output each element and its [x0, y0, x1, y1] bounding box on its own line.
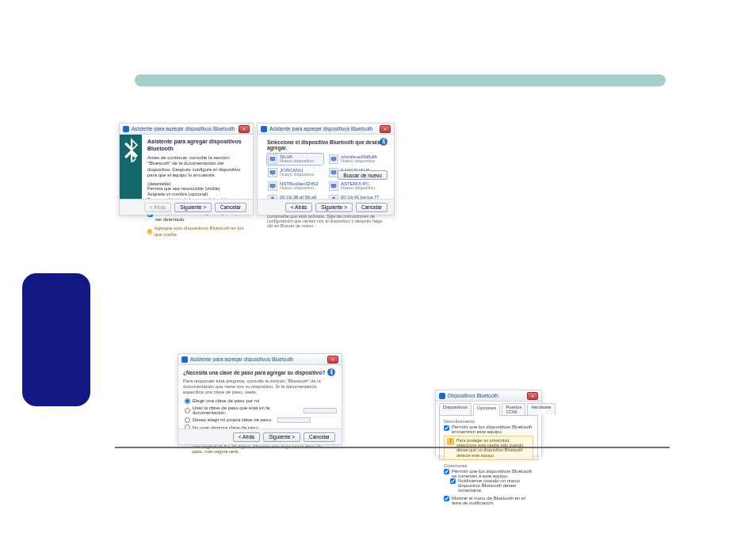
- computer-icon: [329, 168, 338, 177]
- section-divider-pill: [135, 74, 666, 86]
- svg-rect-2: [272, 161, 274, 162]
- allow-connection-checkbox[interactable]: Permitir que los dispositivos Bluetooth …: [444, 469, 533, 478]
- close-icon[interactable]: ×: [327, 356, 338, 364]
- checkbox-input[interactable]: [444, 469, 449, 474]
- next-button[interactable]: Siguiente >: [174, 203, 212, 212]
- page-divider: [115, 447, 670, 448]
- bluetooth-corner-icon: [326, 367, 337, 378]
- radio-input[interactable]: [185, 398, 190, 404]
- svg-rect-7: [331, 171, 336, 174]
- add-bluetooth-wizard-passkey: Asistente para agregar dispositivos Blue…: [178, 353, 342, 445]
- passkey-option-doc[interactable]: Usar la clave de paso que está en la doc…: [185, 405, 337, 415]
- list-subtitle: (detectable): [147, 181, 247, 187]
- intro-text: Para responder esta pregunta, consulte l…: [183, 379, 337, 395]
- back-button[interactable]: < Atrás: [285, 203, 312, 212]
- bluetooth-devices-settings: Dispositivos Bluetooth × DispositivosOpc…: [435, 390, 542, 455]
- show-tray-icon-checkbox[interactable]: Mostrar el icono de Bluetooth en el área…: [444, 496, 533, 505]
- bluetooth-corner-icon: [378, 136, 389, 147]
- checkbox-input[interactable]: [450, 478, 456, 484]
- titlebar[interactable]: Asistente para agregar dispositivos Blue…: [120, 124, 253, 135]
- svg-rect-12: [333, 188, 335, 188]
- back-button[interactable]: < Atrás: [144, 203, 171, 212]
- search-again-button[interactable]: Buscar de nuevo: [338, 170, 388, 180]
- device-item[interactable]: NSTBus9ec32452Nuevo dispositivo: [267, 181, 323, 192]
- warning-text: Agregue sólo dispositivos Bluetooth en l…: [155, 226, 247, 238]
- sidebar-accent-block: [22, 273, 90, 406]
- bluetooth-banner-icon: [120, 135, 142, 199]
- svg-rect-11: [331, 185, 336, 188]
- radio-input[interactable]: [185, 408, 190, 413]
- svg-rect-5: [270, 171, 275, 174]
- device-item[interactable]: SILVANuevo dispositivo: [267, 154, 323, 165]
- device-item[interactable]: n/smile-ed0d8dfbNuevo dispositivo: [328, 154, 384, 165]
- window-title: Asistente para agregar dispositivos Blue…: [269, 126, 380, 131]
- checkbox-label: Permitir que los dispositivos Bluetooth …: [452, 469, 533, 478]
- allow-discovery-checkbox[interactable]: Permitir que los dispositivos Bluetooth …: [444, 424, 533, 434]
- bullet-item: Asígnele un nombre (opcional): [147, 192, 247, 197]
- app-icon: [123, 126, 129, 132]
- next-button[interactable]: Siguiente >: [315, 203, 353, 212]
- group-connections-label: Conexiones: [444, 463, 533, 468]
- computer-icon: [329, 154, 338, 164]
- tab-puertos-com[interactable]: Puertos COM: [502, 403, 525, 415]
- cancel-button[interactable]: Cancelar: [356, 203, 388, 212]
- svg-rect-10: [272, 188, 274, 188]
- computer-icon: [329, 181, 338, 191]
- radio-label: Elegir una clave de paso por mí: [193, 398, 259, 403]
- computer-icon: [268, 181, 277, 191]
- tab-opciones[interactable]: Opciones: [473, 404, 501, 416]
- warning-icon: !: [447, 438, 454, 445]
- close-icon[interactable]: ×: [239, 125, 250, 133]
- bullet-item: Permita que sea reconocible (visible): [147, 186, 247, 192]
- device-type: Nuevo dispositivo: [280, 159, 314, 164]
- cancel-button[interactable]: Cancelar: [215, 203, 246, 212]
- step-heading: ¿Necesita una clave de paso para agregar…: [183, 370, 337, 375]
- add-bluetooth-wizard-step1: Asistente para agregar dispositivos Blue…: [119, 123, 254, 215]
- device-type: Nuevo dispositivo: [280, 186, 319, 191]
- group-discovery-label: Descubrimiento: [444, 419, 533, 424]
- titlebar[interactable]: Asistente para agregar dispositivos Blue…: [178, 354, 342, 365]
- passkey-option-auto[interactable]: Elegir una clave de paso por mí: [185, 398, 337, 404]
- options-panel: Descubrimiento Permitir que los disposit…: [439, 415, 538, 460]
- window-title: Asistente para agregar dispositivos Blue…: [190, 356, 327, 362]
- app-icon: [439, 393, 445, 399]
- titlebar[interactable]: Asistente para agregar dispositivos Blue…: [258, 124, 394, 135]
- close-icon[interactable]: ×: [527, 392, 538, 400]
- checkbox-input[interactable]: [444, 496, 449, 501]
- checkbox-label: Permitir que los dispositivos Bluetooth …: [452, 424, 533, 434]
- passkey-own-input[interactable]: [277, 417, 311, 423]
- tab-dispositivos[interactable]: Dispositivos: [439, 403, 472, 415]
- device-item[interactable]: JORCANUNuevo dispositivo: [267, 167, 323, 178]
- device-type: Nuevo dispositivo: [341, 159, 377, 164]
- svg-rect-8: [333, 174, 335, 175]
- cancel-button[interactable]: Cancelar: [304, 432, 335, 442]
- checkbox-label: Notificarme cuando un nuevo dispositivo …: [458, 478, 533, 493]
- back-button[interactable]: < Atrás: [233, 432, 260, 442]
- intro-text: Antes de continuar, consulte la sección …: [147, 155, 247, 179]
- passkey-doc-input[interactable]: [304, 408, 337, 413]
- checkbox-input[interactable]: [444, 425, 449, 431]
- wizard-heading: Asistente para agregar dispositivos Blue…: [147, 139, 247, 153]
- device-type: Nuevo dispositivo: [341, 186, 375, 191]
- close-icon[interactable]: ×: [380, 125, 391, 133]
- notify-new-device-checkbox[interactable]: Notificarme cuando un nuevo dispositivo …: [450, 478, 533, 493]
- radio-label: Deseo elegir mi propia clave de paso:: [193, 417, 272, 422]
- trust-warning-link[interactable]: Agregue sólo dispositivos Bluetooth en l…: [147, 226, 247, 238]
- app-icon: [261, 126, 267, 132]
- svg-rect-3: [331, 158, 336, 161]
- passkey-option-own[interactable]: Deseo elegir mi propia clave de paso:: [185, 417, 337, 423]
- app-icon: [181, 356, 188, 363]
- titlebar[interactable]: Dispositivos Bluetooth ×: [436, 390, 541, 402]
- window-title: Dispositivos Bluetooth: [448, 393, 527, 398]
- next-button[interactable]: Siguiente >: [263, 432, 300, 442]
- computer-icon: [268, 154, 277, 164]
- svg-rect-9: [270, 185, 275, 188]
- svg-rect-1: [270, 158, 275, 161]
- svg-rect-6: [272, 174, 274, 175]
- tab-hardware[interactable]: Hardware: [527, 403, 555, 415]
- tab-strip: DispositivosOpcionesPuertos COMHardware: [439, 403, 538, 415]
- radio-input[interactable]: [185, 417, 190, 423]
- window-title: Asistente para agregar dispositivos Blue…: [132, 126, 239, 131]
- add-bluetooth-wizard-step2: Asistente para agregar dispositivos Blue…: [257, 123, 395, 215]
- device-item[interactable]: ASTERIX-PCNuevo dispositivo: [328, 181, 384, 192]
